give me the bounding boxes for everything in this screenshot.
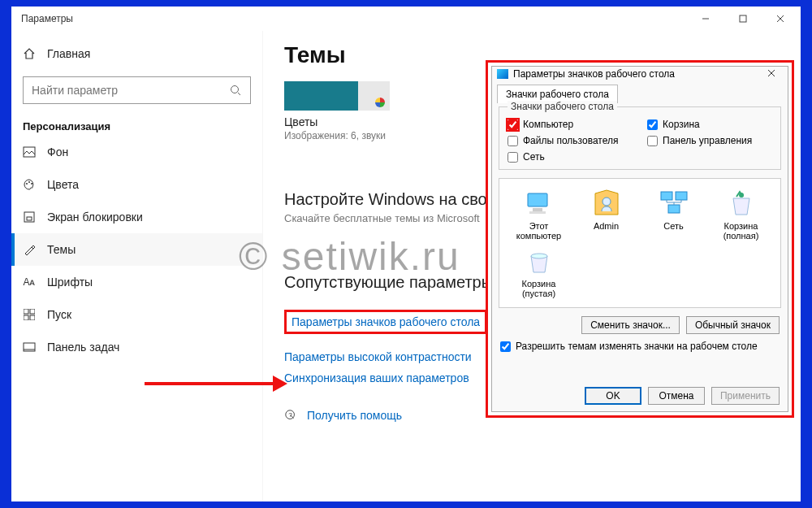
settings-window: Параметры Главная bbox=[11, 7, 801, 501]
link-desktop-icon-settings[interactable]: Параметры значков рабочего стола bbox=[284, 310, 487, 334]
sidebar-item-label: Темы bbox=[47, 243, 76, 256]
svg-rect-24 bbox=[529, 211, 546, 214]
sidebar-item-taskbar[interactable]: Панель задач bbox=[11, 331, 262, 363]
svg-point-9 bbox=[31, 183, 32, 185]
fonts-icon: Aᴀ bbox=[23, 276, 36, 289]
apply-button[interactable]: Применить bbox=[711, 387, 780, 405]
svg-text:?: ? bbox=[288, 411, 292, 419]
icon-this-pc[interactable]: Этот компьютер bbox=[508, 187, 570, 241]
dialog-app-icon bbox=[497, 69, 508, 79]
sidebar-item-label: Экран блокировки bbox=[47, 211, 143, 224]
sidebar-item-themes[interactable]: Темы bbox=[11, 233, 262, 266]
themes-icon bbox=[23, 243, 36, 256]
sidebar-item-label: Пуск bbox=[47, 308, 71, 321]
dialog-close-button[interactable] bbox=[760, 68, 783, 80]
svg-rect-26 bbox=[661, 192, 672, 200]
checkbox-network[interactable]: Сеть bbox=[508, 151, 633, 163]
checkbox-computer[interactable]: Компьютер bbox=[508, 119, 633, 130]
cancel-button[interactable]: Отмена bbox=[648, 387, 705, 405]
dialog-titlebar: Параметры значков рабочего стола bbox=[492, 67, 788, 81]
svg-point-29 bbox=[739, 193, 744, 198]
search-icon bbox=[229, 84, 242, 97]
icon-admin[interactable]: Admin bbox=[575, 187, 637, 241]
theme-thumbnail[interactable] bbox=[284, 81, 390, 111]
window-title: Параметры bbox=[21, 13, 73, 24]
lockscreen-icon bbox=[23, 211, 36, 224]
titlebar: Параметры bbox=[11, 7, 801, 31]
sidebar-item-colors[interactable]: Цвета bbox=[11, 168, 262, 201]
sidebar-home-label: Главная bbox=[47, 47, 90, 60]
sidebar-item-start[interactable]: Пуск bbox=[11, 298, 262, 331]
sidebar-item-label: Цвета bbox=[47, 178, 79, 191]
icon-recycle-empty[interactable]: Корзина (пустая) bbox=[508, 245, 570, 299]
palette-icon bbox=[23, 178, 36, 191]
svg-line-5 bbox=[238, 93, 240, 95]
dialog-tabs: Значки рабочего стола bbox=[492, 81, 788, 103]
ok-button[interactable]: OK bbox=[585, 387, 641, 405]
svg-rect-6 bbox=[24, 147, 35, 157]
svg-rect-13 bbox=[30, 309, 35, 314]
sidebar-home[interactable]: Главная bbox=[11, 37, 262, 70]
checkbox-allow-themes[interactable]: Разрешить темам изменять значки на рабоч… bbox=[492, 337, 788, 355]
link-get-help[interactable]: Получить помощь bbox=[307, 409, 402, 422]
svg-point-25 bbox=[603, 198, 611, 206]
checkbox-control-panel[interactable]: Панель управления bbox=[647, 135, 772, 146]
maximize-button[interactable] bbox=[724, 7, 762, 31]
home-icon bbox=[23, 47, 36, 60]
dialog-annotation-frame: Параметры значков рабочего стола Значки … bbox=[486, 60, 794, 418]
svg-rect-22 bbox=[528, 193, 547, 206]
minimize-button[interactable] bbox=[687, 7, 724, 31]
sidebar-item-label: Шрифты bbox=[47, 276, 93, 289]
svg-rect-1 bbox=[740, 15, 746, 22]
sidebar-item-fonts[interactable]: Aᴀ Шрифты bbox=[11, 266, 262, 298]
checkbox-user-files[interactable]: Файлы пользователя bbox=[508, 135, 633, 146]
picture-icon bbox=[23, 145, 36, 158]
start-icon bbox=[23, 308, 36, 321]
checkbox-recycle-bin[interactable]: Корзина bbox=[647, 119, 772, 130]
svg-point-7 bbox=[26, 183, 28, 185]
icon-network[interactable]: Сеть bbox=[642, 187, 705, 241]
svg-rect-12 bbox=[24, 309, 28, 314]
svg-point-30 bbox=[531, 254, 547, 258]
svg-rect-27 bbox=[676, 192, 687, 200]
taskbar-icon bbox=[23, 341, 36, 354]
sidebar: Главная Персонализация Фон Цвета Экран б… bbox=[11, 31, 263, 501]
icon-preview-list[interactable]: Этот компьютер Admin Сеть Корзина (полна… bbox=[499, 178, 781, 308]
help-icon: ? bbox=[284, 409, 297, 422]
svg-rect-11 bbox=[27, 217, 32, 220]
desktop-icons-group: Значки рабочего стола Компьютер Корзина … bbox=[499, 106, 781, 170]
sidebar-item-background[interactable]: Фон bbox=[11, 136, 262, 168]
svg-point-8 bbox=[28, 181, 30, 183]
color-wheel-icon bbox=[375, 98, 385, 107]
svg-rect-23 bbox=[533, 208, 542, 211]
svg-rect-14 bbox=[24, 315, 28, 320]
sidebar-item-label: Фон bbox=[47, 145, 68, 158]
sidebar-section-title: Персонализация bbox=[11, 115, 262, 136]
icon-recycle-full[interactable]: Корзина (полная) bbox=[710, 187, 772, 241]
sidebar-item-lockscreen[interactable]: Экран блокировки bbox=[11, 201, 262, 233]
desktop-icons-dialog: Параметры значков рабочего стола Значки … bbox=[491, 66, 788, 412]
sidebar-item-label: Панель задач bbox=[47, 341, 119, 354]
group-legend: Значки рабочего стола bbox=[508, 101, 617, 112]
change-icon-button[interactable]: Сменить значок... bbox=[581, 316, 680, 334]
search-input[interactable] bbox=[32, 84, 222, 97]
svg-rect-28 bbox=[668, 205, 680, 213]
svg-point-4 bbox=[231, 86, 239, 93]
svg-rect-15 bbox=[30, 315, 35, 320]
close-button[interactable] bbox=[762, 7, 799, 31]
dialog-title-text: Параметры значков рабочего стола bbox=[513, 68, 675, 80]
default-icon-button[interactable]: Обычный значок bbox=[686, 316, 780, 334]
search-box[interactable] bbox=[23, 76, 251, 104]
